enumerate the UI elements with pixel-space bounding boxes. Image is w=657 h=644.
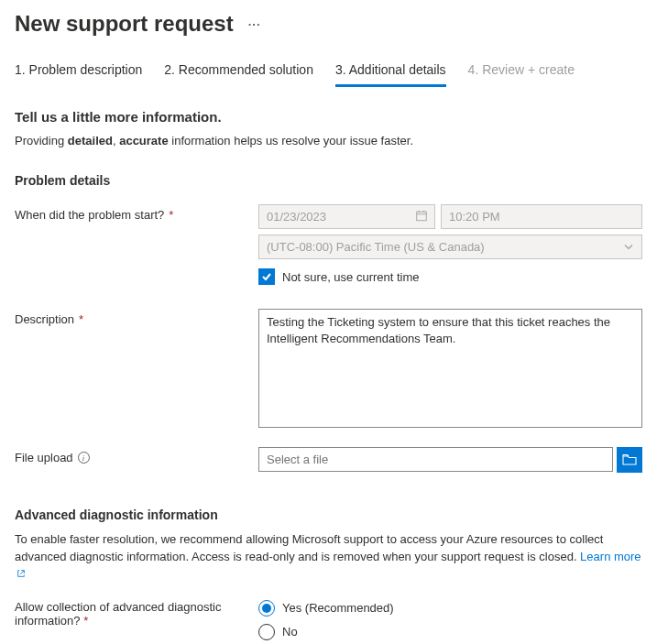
tab-recommended-solution[interactable]: 2. Recommended solution bbox=[164, 62, 313, 87]
more-icon[interactable]: ··· bbox=[248, 17, 261, 31]
info-icon[interactable]: i bbox=[78, 452, 90, 464]
description-label: Description bbox=[15, 312, 74, 326]
required-indicator: * bbox=[79, 312, 83, 326]
intro-text-post: information helps us resolve your issue … bbox=[169, 134, 413, 147]
description-textarea[interactable]: Testing the Ticketing system to ensure t… bbox=[258, 309, 642, 428]
start-date-input[interactable] bbox=[258, 204, 435, 229]
learn-more-text: Learn more bbox=[580, 550, 641, 563]
tab-additional-details[interactable]: 3. Additional details bbox=[335, 62, 446, 87]
intro-text: Providing detailed, accurate information… bbox=[15, 134, 642, 147]
file-browse-button[interactable] bbox=[617, 447, 642, 473]
wizard-tabs: 1. Problem description 2. Recommended so… bbox=[15, 62, 642, 87]
tab-review-create: 4. Review + create bbox=[468, 62, 575, 87]
radio-icon bbox=[258, 600, 275, 617]
not-sure-checkbox[interactable] bbox=[258, 268, 275, 285]
not-sure-label: Not sure, use current time bbox=[282, 270, 420, 284]
folder-icon bbox=[622, 453, 637, 467]
advanced-body-text: To enable faster resolution, we recommen… bbox=[15, 532, 603, 563]
advanced-body: To enable faster resolution, we recommen… bbox=[15, 531, 642, 584]
radio-no-label: No bbox=[282, 625, 298, 639]
tab-problem-description[interactable]: 1. Problem description bbox=[15, 62, 142, 87]
advanced-heading: Advanced diagnostic information bbox=[15, 508, 642, 522]
intro-bold-1: detailed bbox=[68, 134, 113, 147]
radio-icon bbox=[258, 624, 275, 640]
allow-yes-radio[interactable]: Yes (Recommended) bbox=[258, 600, 642, 617]
timezone-select[interactable] bbox=[258, 235, 642, 259]
allow-no-radio[interactable]: No bbox=[258, 624, 642, 640]
radio-yes-label: Yes (Recommended) bbox=[282, 601, 394, 615]
svg-rect-0 bbox=[417, 212, 427, 221]
file-upload-label: File upload bbox=[15, 451, 73, 464]
calendar-icon bbox=[415, 209, 428, 224]
required-indicator: * bbox=[169, 208, 173, 222]
file-input[interactable] bbox=[258, 447, 613, 472]
start-time-input[interactable] bbox=[441, 204, 642, 229]
allow-label-line2: information? bbox=[15, 614, 81, 628]
intro-bold-2: accurate bbox=[119, 134, 168, 147]
allow-label-line1: Allow collection of advanced diagnostic bbox=[15, 600, 221, 614]
problem-details-heading: Problem details bbox=[15, 173, 642, 188]
required-indicator: * bbox=[83, 614, 88, 628]
page-title: New support request bbox=[15, 11, 234, 37]
external-link-icon bbox=[16, 566, 26, 584]
intro-text-pre: Providing bbox=[15, 134, 68, 147]
start-label: When did the problem start? bbox=[15, 208, 164, 222]
intro-heading: Tell us a little more information. bbox=[15, 109, 642, 125]
